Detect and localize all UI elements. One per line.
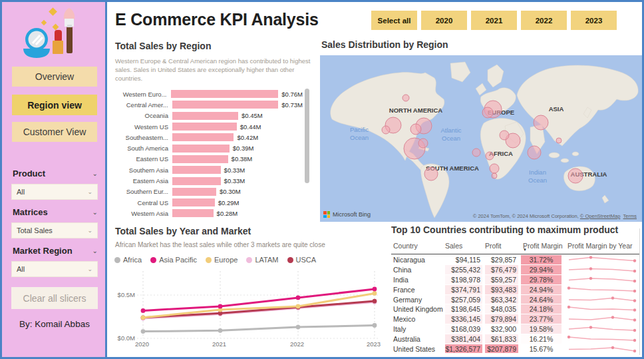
col-header-profit-margin[interactable]: Profit Margin [523,242,563,250]
table-row[interactable]: China$255,432$76,47929.94% [391,265,639,275]
data-point[interactable] [373,287,377,292]
map-bubble[interactable] [482,107,493,118]
map-bubble[interactable] [402,95,409,101]
table-row[interactable]: Mexico$336,145$79,89423.77% [391,314,639,324]
clear-all-slicers-button[interactable]: Clear all slicers [11,287,98,309]
axis-tick-label: 2021 [212,340,226,348]
col-header-profit[interactable]: Profit [485,242,502,250]
line-series-africa[interactable] [143,326,375,332]
legend-item[interactable]: LATAM [246,256,278,264]
bar-row[interactable]: Western Asia$0.28M [116,208,303,218]
bar[interactable] [172,177,221,185]
product-slicer-header[interactable]: Product ⌄ [13,169,98,179]
bar-row[interactable]: South America$0.39M [116,143,303,153]
bar[interactable] [172,112,238,120]
bar-row[interactable]: Oceania$0.45M [116,111,303,121]
bar[interactable] [172,198,215,206]
margin-cell: 24.94% [521,285,562,294]
year-filter-2022[interactable]: 2022 [521,11,567,30]
bar-row[interactable]: Western Euro...$0.76M [116,89,303,99]
table-row[interactable]: India$198,978$59,25729.78% [391,275,639,285]
col-header-profit-margin-by-year[interactable]: Profit Margin by Year [567,242,632,250]
data-point[interactable] [296,304,301,309]
bar[interactable] [172,145,230,153]
bar-row[interactable]: Western US$0.44M [116,121,303,132]
country-cell: Italy [393,325,445,333]
legend-item[interactable]: USCA [287,256,317,264]
legend-item[interactable]: Asia Pacific [150,256,197,264]
profit-margin-sparkline [566,295,638,304]
bar-row[interactable]: Central US$0.29M [116,197,303,208]
data-point[interactable] [141,308,146,313]
table-row[interactable]: United Kingdom$198,645$48,03524.18% [391,304,639,314]
map-bubble[interactable] [500,131,509,140]
bar[interactable] [172,123,237,131]
map-bubble[interactable] [568,169,583,183]
sidebar-item-overview[interactable]: Overview [12,67,97,87]
data-point[interactable] [218,304,223,309]
table-row[interactable]: France$374,791$93,48324.94% [391,284,639,294]
map-bubble[interactable] [418,139,428,148]
map-bubble[interactable] [382,126,390,134]
bar[interactable] [172,166,221,174]
legend-item[interactable]: Africa [114,256,142,264]
terms-link[interactable]: Terms [623,213,637,219]
line-chart-title: Total Sales by Year and Market [115,226,251,236]
bar-row[interactable]: Southern Eur...$0.30M [116,186,303,197]
year-filter-2023[interactable]: 2023 [571,11,617,30]
legend-item[interactable]: Europe [206,256,238,264]
bar[interactable] [172,133,234,141]
sort-descending-icon[interactable]: ▼ [523,248,527,252]
bar[interactable] [172,209,214,217]
map-bubble[interactable] [410,124,421,135]
market-region-slicer-header[interactable]: Market Region ⌄ [13,246,98,256]
bar-row[interactable]: Southern Asia$0.33M [116,165,303,175]
bar[interactable] [171,90,279,98]
matrices-slicer-dropdown[interactable]: Total Sales ⌄ [11,222,98,238]
table-row[interactable]: Australia$381,404$61,83316.21% [391,334,639,344]
data-point[interactable] [296,296,301,300]
matrices-slicer-header[interactable]: Matrices ⌄ [13,207,98,217]
data-point[interactable] [218,328,223,333]
table-row[interactable]: Italy$168,039$32,90019.58% [391,324,639,334]
bar-row[interactable]: Central Amer...$0.73M [116,99,303,110]
table-row[interactable]: United States$1,326,577$207,87915.67% [391,344,639,354]
table-row[interactable]: Nicaragua$94,115$29,85731.72% [391,255,639,265]
bar-row[interactable]: Eastern Asia$0.33M [116,175,303,186]
bar[interactable] [172,188,216,196]
data-point[interactable] [296,325,301,330]
market-region-slicer-dropdown[interactable]: All ⌄ [11,261,98,277]
table-row[interactable]: Germany$257,059$63,34224.64% [391,294,639,304]
continent-label: ASIA [549,105,564,113]
bar[interactable] [172,155,228,163]
map-bubble[interactable] [556,138,562,143]
data-point[interactable] [141,315,146,320]
bar[interactable] [172,101,279,109]
map-bubble[interactable] [490,164,499,173]
data-point[interactable] [373,291,377,296]
data-point[interactable] [373,299,377,304]
bar-row[interactable]: Southeastern...$0.42M [116,132,303,143]
map-bubble[interactable] [486,152,494,160]
map-bubble[interactable] [492,173,497,179]
col-header-sales[interactable]: Sales [445,242,462,250]
sidebar-item-customer-view[interactable]: Customer View [12,122,97,142]
year-filter-2021[interactable]: 2021 [471,11,517,30]
map-bubble[interactable] [424,167,438,180]
bar-chart-scrollbar[interactable] [305,87,309,222]
bar-row[interactable]: Eastern US$0.38M [116,154,303,165]
scrollbar-thumb[interactable] [305,89,309,183]
col-header-country[interactable]: Country [393,242,418,250]
sales-map[interactable]: NORTH AMERICAEUROPEASIAAFRICASOUTH AMERI… [320,55,643,222]
data-point[interactable] [141,329,146,334]
sidebar-item-region-view[interactable]: Region view [12,95,97,115]
margin-cell: 19.58% [521,324,562,334]
map-bubble[interactable] [528,146,541,159]
year-filter-select-all[interactable]: Select all [371,11,417,30]
year-filter-2020[interactable]: 2020 [421,11,467,30]
data-point[interactable] [373,323,377,328]
openstreetmap-link[interactable]: © OpenStreetMap [580,213,621,219]
map-bubble[interactable] [472,149,480,157]
map-bubble[interactable] [534,115,548,130]
product-slicer-dropdown[interactable]: All ⌄ [11,184,98,200]
